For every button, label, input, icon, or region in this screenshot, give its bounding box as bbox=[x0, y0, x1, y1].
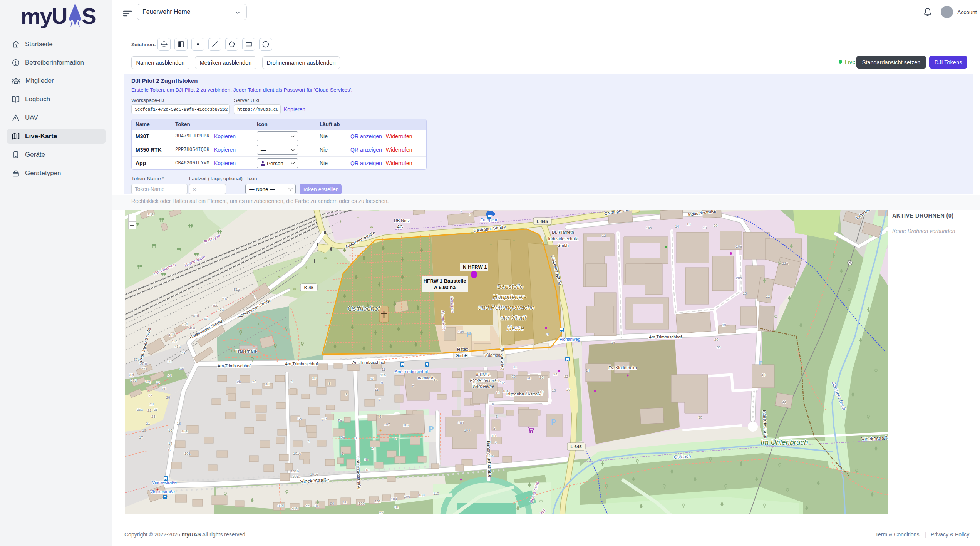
svg-text:N HFRW 1: N HFRW 1 bbox=[463, 264, 487, 270]
svg-text:10a: 10a bbox=[503, 389, 509, 393]
svg-text:32: 32 bbox=[497, 379, 501, 383]
svg-text:26: 26 bbox=[539, 375, 544, 379]
svg-text:22: 22 bbox=[147, 408, 152, 412]
svg-text:Ostfriedhof: Ostfriedhof bbox=[348, 305, 380, 312]
svg-text:6: 6 bbox=[496, 414, 498, 419]
svg-text:30: 30 bbox=[512, 374, 516, 379]
svg-text:37m: 37m bbox=[140, 361, 147, 365]
svg-text:22: 22 bbox=[564, 374, 568, 379]
svg-text:Ostbach: Ostbach bbox=[673, 454, 691, 460]
svg-text:103a: 103a bbox=[486, 454, 494, 458]
svg-text:20a: 20a bbox=[736, 244, 742, 248]
svg-text:Am Trimbuschhof: Am Trimbuschhof bbox=[352, 360, 386, 365]
svg-text:11a: 11a bbox=[380, 373, 386, 377]
svg-text:43c: 43c bbox=[171, 339, 178, 343]
svg-text:Dr. Klameth: Dr. Klameth bbox=[552, 230, 574, 234]
svg-text:8a: 8a bbox=[433, 377, 437, 382]
svg-text:9: 9 bbox=[381, 380, 383, 385]
svg-text:11: 11 bbox=[382, 367, 385, 372]
svg-text:90e: 90e bbox=[291, 506, 298, 510]
svg-text:108: 108 bbox=[419, 493, 425, 497]
svg-text:20: 20 bbox=[714, 223, 718, 228]
svg-text:28: 28 bbox=[527, 376, 531, 380]
svg-text:24: 24 bbox=[553, 372, 558, 376]
svg-text:24: 24 bbox=[150, 402, 154, 406]
svg-text:GmbH: GmbH bbox=[456, 353, 468, 358]
svg-text:37b: 37b bbox=[134, 357, 140, 362]
svg-text:26: 26 bbox=[743, 291, 747, 295]
svg-text:12: 12 bbox=[168, 447, 172, 452]
svg-text:4: 4 bbox=[291, 379, 293, 383]
svg-text:Im Uhlenbruch: Im Uhlenbruch bbox=[761, 438, 808, 446]
svg-text:20: 20 bbox=[714, 337, 719, 342]
svg-text:37k: 37k bbox=[141, 367, 147, 371]
svg-text:23a: 23a bbox=[137, 407, 143, 412]
svg-text:Baustelle: Baustelle bbox=[497, 283, 523, 290]
svg-text:1: 1 bbox=[395, 437, 397, 441]
svg-text:50: 50 bbox=[698, 415, 702, 419]
svg-text:19: 19 bbox=[722, 323, 726, 327]
svg-text:7a: 7a bbox=[338, 418, 342, 422]
svg-text:3: 3 bbox=[547, 332, 549, 336]
svg-text:96: 96 bbox=[330, 501, 334, 506]
svg-text:S: S bbox=[82, 3, 96, 28]
svg-text:Hatex: Hatex bbox=[457, 347, 468, 352]
svg-text:4: 4 bbox=[308, 439, 310, 443]
svg-text:A 6.93 ha: A 6.93 ha bbox=[434, 285, 456, 290]
svg-text:L 645: L 645 bbox=[570, 444, 582, 449]
svg-text:37f: 37f bbox=[129, 373, 134, 377]
svg-text:16: 16 bbox=[539, 390, 544, 394]
svg-text:106: 106 bbox=[404, 494, 410, 499]
svg-text:104: 104 bbox=[391, 497, 397, 501]
svg-text:110: 110 bbox=[433, 491, 439, 496]
svg-text:11: 11 bbox=[513, 365, 517, 369]
svg-text:194: 194 bbox=[147, 212, 154, 216]
svg-text:6: 6 bbox=[325, 416, 327, 420]
svg-text:18: 18 bbox=[611, 340, 615, 345]
svg-text:3a: 3a bbox=[341, 435, 345, 439]
svg-text:Florianweg: Florianweg bbox=[500, 348, 505, 368]
svg-text:98: 98 bbox=[343, 500, 347, 504]
svg-text:101c: 101c bbox=[293, 451, 301, 456]
svg-text:P: P bbox=[429, 425, 434, 433]
svg-text:Trauerhalle: Trauerhalle bbox=[236, 349, 257, 353]
svg-text:17: 17 bbox=[139, 435, 143, 439]
svg-text:myU: myU bbox=[21, 3, 67, 28]
svg-text:41: 41 bbox=[181, 350, 186, 355]
svg-text:92: 92 bbox=[305, 503, 310, 507]
svg-text:107: 107 bbox=[384, 422, 390, 426]
svg-text:3: 3 bbox=[355, 436, 357, 440]
svg-text:P: P bbox=[466, 330, 471, 338]
svg-text:10: 10 bbox=[472, 380, 477, 384]
svg-text:51a: 51a bbox=[222, 296, 229, 301]
svg-text:1a: 1a bbox=[365, 467, 370, 472]
svg-text:20: 20 bbox=[566, 387, 571, 392]
svg-text:28: 28 bbox=[148, 394, 152, 398]
svg-text:HFRW 1 Baustelle: HFRW 1 Baustelle bbox=[423, 278, 466, 284]
svg-text:20a: 20a bbox=[736, 276, 742, 280]
svg-text:K 45: K 45 bbox=[304, 285, 314, 290]
svg-text:16: 16 bbox=[168, 428, 173, 432]
svg-text:Am-Trimbuschhof: Am-Trimbuschhof bbox=[395, 369, 428, 374]
svg-text:2: 2 bbox=[495, 440, 497, 445]
svg-text:IFÜREL: IFÜREL bbox=[476, 372, 491, 377]
svg-text:19: 19 bbox=[142, 428, 146, 432]
svg-text:Ev. Kinderheim: Ev. Kinderheim bbox=[608, 365, 637, 370]
svg-text:5a: 5a bbox=[298, 417, 302, 421]
svg-text:107: 107 bbox=[403, 423, 409, 427]
svg-text:7: 7 bbox=[469, 212, 471, 216]
svg-text:1b: 1b bbox=[364, 457, 368, 462]
svg-text:trautwein: trautwein bbox=[418, 375, 434, 380]
svg-text:Vinckestraße: Vinckestraße bbox=[152, 480, 177, 485]
svg-text:Gmbh: Gmbh bbox=[557, 243, 569, 248]
svg-text:36: 36 bbox=[717, 345, 721, 349]
svg-text:14: 14 bbox=[526, 390, 530, 395]
svg-text:23: 23 bbox=[151, 414, 156, 419]
svg-text:47d: 47d bbox=[193, 313, 199, 318]
svg-text:Vinckestraße: Vinckestraße bbox=[150, 489, 175, 494]
svg-text:2c: 2c bbox=[252, 379, 256, 383]
svg-text:der Stadt: der Stadt bbox=[501, 314, 527, 321]
svg-text:45d: 45d bbox=[181, 322, 188, 326]
svg-text:39: 39 bbox=[168, 360, 172, 364]
svg-text:100: 100 bbox=[358, 501, 365, 506]
